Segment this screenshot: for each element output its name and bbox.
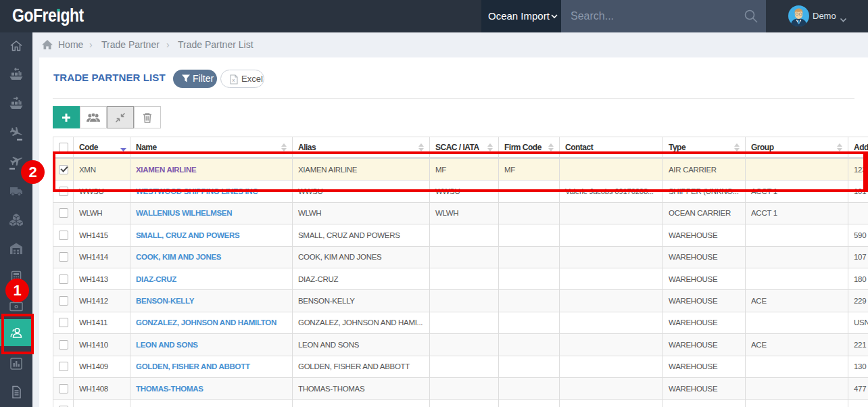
svg-text:x: x bbox=[233, 77, 235, 83]
